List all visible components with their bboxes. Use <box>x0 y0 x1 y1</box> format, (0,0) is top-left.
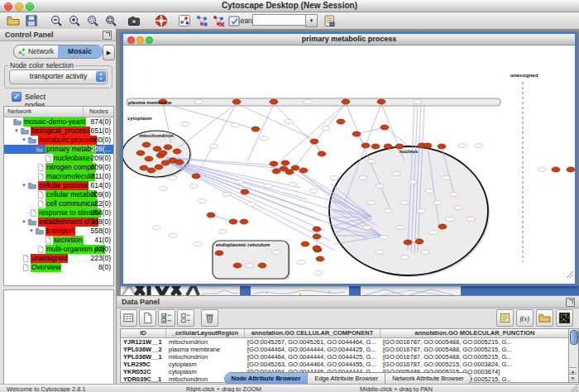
gene-node[interactable] <box>438 224 447 229</box>
node-label[interactable] <box>169 234 177 238</box>
gene-node[interactable] <box>215 251 223 256</box>
edge[interactable] <box>247 103 274 161</box>
save-session-button[interactable] <box>23 13 40 28</box>
gene-node[interactable] <box>233 263 242 268</box>
node-label[interactable] <box>159 187 167 191</box>
gene-node[interactable] <box>423 143 432 148</box>
node-label[interactable] <box>231 123 239 127</box>
resize-grip[interactable] <box>571 385 578 392</box>
gene-node[interactable] <box>145 156 153 161</box>
node-label[interactable] <box>367 160 376 164</box>
gene-node[interactable] <box>140 165 148 170</box>
table-cell[interactable]: [GO:0016787, GO:0005488, GO:0005215, G..… <box>380 346 569 353</box>
gene-node[interactable] <box>251 127 260 131</box>
region-plasma-membrane[interactable] <box>127 98 500 106</box>
table-cell[interactable]: YKR052C <box>121 368 169 375</box>
node-label[interactable] <box>285 120 293 124</box>
background-window-edge[interactable] <box>349 285 361 295</box>
gene-node[interactable] <box>310 139 318 144</box>
background-window-edge[interactable] <box>461 285 579 295</box>
gene-node[interactable] <box>232 99 241 104</box>
gene-node[interactable] <box>161 160 170 165</box>
node-label[interactable] <box>425 189 433 194</box>
gene-node[interactable] <box>318 151 326 156</box>
gene-node[interactable] <box>175 160 184 165</box>
tree-row-metabolic-process[interactable]: ▼metabolic process280(0) <box>4 136 113 145</box>
float-panel-icon[interactable] <box>566 298 575 307</box>
attribute-matrix-icon[interactable] <box>556 309 573 327</box>
gene-node[interactable] <box>159 151 167 155</box>
tree-row-multi-organism-pro[interactable]: multi-organism pro42(0) <box>4 245 113 254</box>
edge[interactable] <box>385 127 408 146</box>
node-label[interactable] <box>247 203 256 207</box>
tree-row-biological-process[interactable]: ▼biological_process651(0) <box>4 127 113 136</box>
tab-node-attribute-browser[interactable]: Node Attribute Browser <box>225 373 309 385</box>
gene-node[interactable] <box>285 170 294 174</box>
select-attributes-icon[interactable] <box>158 309 175 327</box>
node-label[interactable] <box>458 144 467 148</box>
table-cell[interactable]: mitochondrion <box>166 353 247 361</box>
tree-row-nitrogen-compo[interactable]: nitrogen compo209(0) <box>4 163 113 172</box>
zoom-selected-region-button[interactable] <box>84 13 101 28</box>
tree-row-transport[interactable]: ▼transport558(0) <box>4 227 113 236</box>
node-label[interactable] <box>181 122 189 127</box>
node-label[interactable] <box>450 193 458 197</box>
node-label[interactable] <box>218 230 227 234</box>
table-cell[interactable]: plasma membrane <box>166 346 247 353</box>
node-label[interactable] <box>446 218 454 222</box>
gene-node[interactable] <box>173 149 181 154</box>
node-label[interactable] <box>475 144 483 148</box>
gene-node[interactable] <box>313 227 321 232</box>
node-label[interactable] <box>297 261 305 265</box>
node-label[interactable] <box>246 264 254 268</box>
create-network-view-button[interactable] <box>194 13 210 28</box>
view-resize-grip[interactable] <box>567 271 573 278</box>
table-scrollbar[interactable]: ▲ ▼ <box>568 328 579 383</box>
scroll-down-button[interactable]: ▼ <box>569 374 577 381</box>
node-label[interactable] <box>467 218 475 222</box>
gene-node[interactable] <box>207 213 215 218</box>
birds-eye-view-panel[interactable] <box>3 289 114 392</box>
gene-node[interactable] <box>136 151 145 155</box>
node-color-dropdown[interactable]: transporter activity ▲▼ <box>9 69 108 84</box>
node-label[interactable] <box>433 201 442 205</box>
node-label[interactable] <box>409 180 417 184</box>
node-label[interactable] <box>414 100 422 104</box>
destroy-network-view-button[interactable] <box>210 13 227 28</box>
background-window-edge[interactable] <box>240 285 251 295</box>
plugin-manager-button[interactable] <box>321 13 337 28</box>
gene-node[interactable] <box>299 168 308 173</box>
table-cell[interactable]: [GO:0044464, GO:0044444, GO:0044425, G..… <box>245 353 383 361</box>
node-label[interactable] <box>198 199 206 203</box>
gene-node[interactable] <box>404 240 412 245</box>
table-cell[interactable]: [GO:0016787, GO:0005215, GO:0003824, G..… <box>380 361 569 368</box>
zoom-out-button[interactable] <box>48 13 65 28</box>
tab-overflow-button[interactable]: ▶ <box>103 45 115 60</box>
vizmapper-button[interactable] <box>176 13 193 28</box>
edge[interactable] <box>274 103 322 152</box>
tree-row-unassigned[interactable]: unassigned223(0) <box>4 254 113 263</box>
gene-node[interactable] <box>281 160 290 165</box>
node-label[interactable] <box>538 168 546 172</box>
gene-node[interactable] <box>313 234 321 239</box>
gene-node[interactable] <box>164 145 172 150</box>
node-label[interactable] <box>260 136 268 141</box>
float-panel-icon[interactable] <box>103 31 112 40</box>
node-label[interactable] <box>264 184 272 189</box>
expand-arrow-icon[interactable]: ▼ <box>22 183 26 188</box>
table-view-icon[interactable] <box>120 309 137 327</box>
table-cell[interactable]: YLR295C <box>121 361 169 368</box>
node-label[interactable] <box>400 201 409 205</box>
table-cell[interactable]: YJR121W__1 <box>121 338 169 346</box>
table-cell[interactable]: mitochondrion <box>166 338 247 346</box>
gene-node[interactable] <box>384 144 392 149</box>
node-label[interactable] <box>367 201 376 205</box>
node-label[interactable] <box>421 251 429 255</box>
node-label[interactable] <box>396 226 404 230</box>
table-cell[interactable]: [GO:0045263, GO:0044464, GO:0044455, G..… <box>245 361 383 368</box>
gene-node[interactable] <box>258 263 266 268</box>
node-label[interactable] <box>194 100 203 104</box>
table-header-1[interactable]: _cellularLayoutRegion <box>166 329 245 338</box>
delete-attribute-icon[interactable] <box>201 309 218 327</box>
import-attributes-icon[interactable] <box>536 309 553 327</box>
